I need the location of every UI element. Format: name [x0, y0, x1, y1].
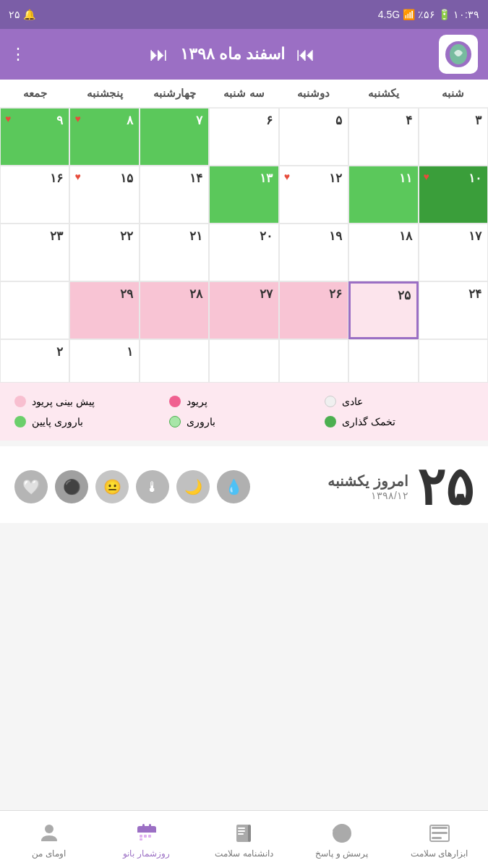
weekday-friday: جمعه	[0, 80, 69, 107]
cal-day-3[interactable]: ۳	[419, 108, 488, 166]
cal-day-19[interactable]: ۱۹	[279, 224, 348, 281]
circle-icon-button[interactable]: ⚫	[55, 470, 88, 503]
app-logo	[439, 35, 478, 74]
cal-day-8[interactable]: ۸ ♥	[69, 108, 139, 166]
mood-icon-button[interactable]: 😐	[95, 470, 129, 503]
battery-percent: ٪۵۶	[418, 9, 435, 20]
cal-day-9[interactable]: ۹ ♥	[0, 108, 69, 166]
heart-10: ♥	[424, 171, 429, 182]
nav-encyclopedia[interactable]: دانشنامه سلامت	[195, 821, 293, 859]
next-month-button[interactable]: ⏭	[150, 43, 168, 66]
nav-qa[interactable]: ? پرسش و پاسخ	[293, 821, 390, 859]
cal-day-26[interactable]: ۲۶	[279, 281, 348, 339]
cal-day-14[interactable]: ۱۴	[140, 166, 209, 224]
legend-ovulation-dot	[325, 416, 336, 427]
cal-day-4[interactable]: ۴	[348, 108, 418, 166]
legend-fertile-label: باروری	[187, 416, 215, 427]
legend-period-label: پریود	[187, 396, 207, 407]
temp-icon-button[interactable]: 🌡	[136, 470, 169, 503]
today-icons: 💧 🌙 🌡 😐 ⚫ 🤍	[14, 470, 250, 503]
heart-15: ♥	[74, 171, 80, 182]
cal-day-12[interactable]: ۱۲ ♥	[279, 166, 348, 224]
calendar-weekday-header: شنبه یکشنبه دوشنبه سه شنبه چهارشنبه پنجش…	[0, 80, 488, 108]
prev-month-button[interactable]: ⏮	[296, 43, 315, 66]
cal-day-21[interactable]: ۲۱	[140, 224, 209, 281]
legend-section: عادی پریود پیش بینی پریود تخمک گذاری بار…	[0, 383, 488, 441]
battery-icon: 🔋	[438, 9, 450, 20]
svg-rect-18	[140, 835, 142, 838]
today-section: ۲۵ امروز یکشنبه ۱۳۹۸/۱۲ 💧 🌙 🌡 😐 ⚫ 🤍	[0, 446, 488, 523]
status-bar: ۱۰:۳۹ 🔋 ٪۵۶ 📶 4.5G 🔔 ۲۵	[0, 0, 488, 29]
cal-day-23[interactable]: ۲۳	[0, 224, 69, 281]
heart-9: ♥	[5, 113, 11, 124]
svg-rect-12	[248, 825, 251, 842]
cal-day-10[interactable]: ۱۰ ♥	[419, 166, 488, 224]
legend-fertile: باروری	[169, 416, 318, 427]
cal-day-17[interactable]: ۱۷	[419, 224, 488, 281]
calendar-grid: ۳ ۴ ۵ ۶ ۷ ۸ ♥ ۹ ♥ ۱۰ ♥ ۱۱ ۱۲ ♥ ۱۳ ۱۴ ۱۵ …	[0, 108, 488, 383]
nav-my-ooma[interactable]: اومای من	[0, 821, 98, 859]
cal-day-2[interactable]: ۲	[0, 339, 69, 383]
svg-rect-15	[137, 830, 156, 833]
calendar-icon	[134, 821, 159, 846]
cal-day-11[interactable]: ۱۱	[348, 166, 418, 224]
cal-day-7[interactable]: ۷	[140, 108, 209, 166]
cal-day-22[interactable]: ۲۲	[69, 224, 139, 281]
drop-icon-button[interactable]: 💧	[217, 470, 250, 503]
cal-empty-1	[0, 281, 69, 339]
bottom-nav: ابزارهای سلامت ? پرسش و پاسخ دانشنامه سل…	[0, 810, 488, 868]
today-weekday: امروز یکشنبه	[328, 472, 408, 490]
notification-icon: 🔔	[23, 9, 35, 20]
cal-day-29[interactable]: ۲۹	[69, 281, 139, 339]
header-nav: ⏮ اسفند ماه ۱۳۹۸ ⏭	[150, 43, 315, 66]
nav-calendar[interactable]: روزشمار بانو	[98, 821, 195, 859]
cal-extra-5	[140, 339, 209, 383]
cal-day-16[interactable]: ۱۶	[0, 166, 69, 224]
svg-rect-9	[238, 827, 245, 829]
cal-day-20[interactable]: ۲۰	[209, 224, 278, 281]
weekday-thursday: پنجشنبه	[69, 80, 139, 107]
moon-icon-button[interactable]: 🌙	[176, 470, 210, 503]
legend-normal: عادی	[325, 396, 474, 407]
today-number: ۲۵	[417, 461, 474, 513]
nav-qa-label: پرسش و پاسخ	[315, 848, 368, 859]
cal-day-1[interactable]: ۱	[69, 339, 139, 383]
weekday-monday: دوشنبه	[279, 80, 348, 107]
legend-predict-dot	[14, 396, 26, 407]
cal-day-28[interactable]: ۲۸	[140, 281, 209, 339]
nav-tools[interactable]: ابزارهای سلامت	[390, 821, 488, 859]
weekday-saturday: شنبه	[419, 80, 488, 107]
svg-rect-4	[432, 837, 442, 839]
cal-day-27[interactable]: ۲۷	[209, 281, 278, 339]
status-right: 🔔 ۲۵	[9, 9, 35, 20]
legend-predict: پیش بینی پریود	[14, 396, 163, 407]
network-type: 4.5G	[378, 9, 400, 20]
app-header: ⏮ اسفند ماه ۱۳۹۸ ⏭ ⋮	[0, 29, 488, 80]
tools-icon	[427, 821, 452, 846]
cal-day-25-today[interactable]: ۲۵	[348, 281, 418, 339]
notification-count: ۲۵	[9, 9, 20, 20]
cal-day-13[interactable]: ۱۳	[209, 166, 278, 224]
cal-day-15[interactable]: ۱۵ ♥	[69, 166, 139, 224]
cal-day-18[interactable]: ۱۸	[348, 224, 418, 281]
legend-fertile-dot	[169, 416, 181, 427]
nav-calendar-label: روزشمار بانو	[123, 848, 169, 859]
legend-ovulation-label: تخمک گذاری	[342, 416, 395, 427]
svg-text:?: ?	[332, 827, 339, 839]
legend-low-fertile-dot	[14, 416, 26, 427]
svg-point-22	[45, 825, 53, 833]
cal-day-5[interactable]: ۵	[279, 108, 348, 166]
book-icon	[232, 821, 257, 846]
heart-icon-button[interactable]: 🤍	[14, 470, 48, 503]
cal-day-6[interactable]: ۶	[209, 108, 278, 166]
heart-8: ♥	[74, 113, 80, 124]
cal-day-24[interactable]: ۲۴	[419, 281, 488, 339]
svg-rect-17	[149, 824, 151, 829]
header-title: اسفند ماه ۱۳۹۸	[180, 45, 285, 64]
today-text: امروز یکشنبه ۱۳۹۸/۱۲	[328, 472, 408, 501]
svg-rect-19	[144, 835, 147, 838]
legend-predict-label: پیش بینی پریود	[32, 396, 95, 407]
header-menu-button[interactable]: ⋮	[10, 45, 26, 64]
cal-extra-4	[209, 339, 278, 383]
weekday-wednesday: چهارشنبه	[140, 80, 209, 107]
